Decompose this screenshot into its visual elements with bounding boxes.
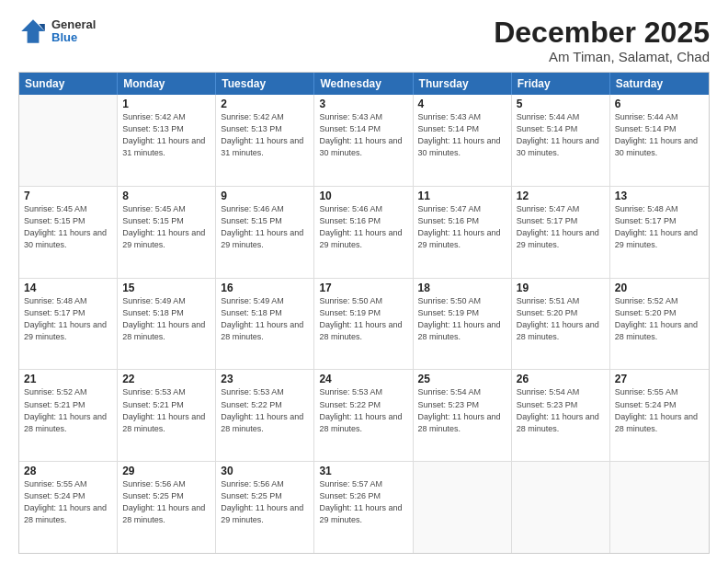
day-number: 11 [418, 190, 506, 202]
day-info: Sunrise: 5:47 AMSunset: 5:16 PMDaylight:… [418, 203, 506, 251]
cal-day-22: 22Sunrise: 5:53 AMSunset: 5:21 PMDayligh… [118, 370, 216, 461]
day-info: Sunrise: 5:44 AMSunset: 5:14 PMDaylight:… [615, 111, 704, 159]
cal-day-21: 21Sunrise: 5:52 AMSunset: 5:21 PMDayligh… [19, 370, 118, 461]
cal-day-10: 10Sunrise: 5:46 AMSunset: 5:16 PMDayligh… [314, 187, 413, 278]
cal-day-6: 6Sunrise: 5:44 AMSunset: 5:14 PMDaylight… [610, 95, 709, 186]
day-info: Sunrise: 5:52 AMSunset: 5:20 PMDaylight:… [615, 295, 704, 343]
day-info: Sunrise: 5:54 AMSunset: 5:23 PMDaylight:… [517, 386, 605, 434]
cal-day-7: 7Sunrise: 5:45 AMSunset: 5:15 PMDaylight… [19, 187, 118, 278]
day-number: 24 [319, 373, 407, 385]
day-number: 6 [615, 98, 704, 110]
cal-header-friday: Friday [512, 73, 610, 95]
logo-icon [18, 17, 48, 46]
day-info: Sunrise: 5:56 AMSunset: 5:25 PMDaylight:… [221, 478, 309, 526]
day-number: 25 [418, 373, 506, 385]
day-number: 17 [319, 282, 407, 294]
day-number: 22 [122, 373, 210, 385]
day-number: 2 [221, 98, 309, 110]
cal-day-19: 19Sunrise: 5:51 AMSunset: 5:20 PMDayligh… [512, 279, 610, 370]
day-number: 18 [418, 282, 506, 294]
cal-day-empty-4-4 [414, 462, 512, 553]
cal-day-empty-4-5 [512, 462, 610, 553]
cal-day-5: 5Sunrise: 5:44 AMSunset: 5:14 PMDaylight… [512, 95, 610, 186]
cal-day-1: 1Sunrise: 5:42 AMSunset: 5:13 PMDaylight… [118, 95, 216, 186]
cal-week-1: 1Sunrise: 5:42 AMSunset: 5:13 PMDaylight… [19, 95, 709, 187]
page: General Blue December 2025 Am Timan, Sal… [0, 0, 728, 563]
day-info: Sunrise: 5:56 AMSunset: 5:25 PMDaylight:… [122, 478, 210, 526]
day-info: Sunrise: 5:48 AMSunset: 5:17 PMDaylight:… [24, 295, 112, 343]
cal-day-25: 25Sunrise: 5:54 AMSunset: 5:23 PMDayligh… [414, 370, 512, 461]
day-info: Sunrise: 5:55 AMSunset: 5:24 PMDaylight:… [615, 386, 704, 434]
day-info: Sunrise: 5:43 AMSunset: 5:14 PMDaylight:… [319, 111, 407, 159]
cal-week-2: 7Sunrise: 5:45 AMSunset: 5:15 PMDaylight… [19, 187, 709, 279]
cal-header-wednesday: Wednesday [314, 73, 413, 95]
day-info: Sunrise: 5:44 AMSunset: 5:14 PMDaylight:… [517, 111, 605, 159]
day-info: Sunrise: 5:52 AMSunset: 5:21 PMDaylight:… [24, 386, 112, 434]
day-info: Sunrise: 5:45 AMSunset: 5:15 PMDaylight:… [122, 203, 210, 251]
day-number: 4 [418, 98, 506, 110]
day-info: Sunrise: 5:45 AMSunset: 5:15 PMDaylight:… [24, 203, 112, 251]
day-number: 10 [319, 190, 407, 202]
day-number: 26 [517, 373, 605, 385]
day-info: Sunrise: 5:43 AMSunset: 5:14 PMDaylight:… [418, 111, 506, 159]
cal-day-empty-0-0 [19, 95, 118, 186]
cal-day-31: 31Sunrise: 5:57 AMSunset: 5:26 PMDayligh… [314, 462, 413, 553]
cal-day-18: 18Sunrise: 5:50 AMSunset: 5:19 PMDayligh… [414, 279, 512, 370]
cal-day-empty-4-6 [610, 462, 709, 553]
cal-header-thursday: Thursday [414, 73, 512, 95]
day-info: Sunrise: 5:42 AMSunset: 5:13 PMDaylight:… [221, 111, 309, 159]
calendar: SundayMondayTuesdayWednesdayThursdayFrid… [18, 72, 710, 554]
day-number: 15 [122, 282, 210, 294]
cal-day-3: 3Sunrise: 5:43 AMSunset: 5:14 PMDaylight… [314, 95, 413, 186]
day-info: Sunrise: 5:49 AMSunset: 5:18 PMDaylight:… [221, 295, 309, 343]
day-info: Sunrise: 5:54 AMSunset: 5:23 PMDaylight:… [418, 386, 506, 434]
day-number: 16 [221, 282, 309, 294]
header: General Blue December 2025 Am Timan, Sal… [18, 17, 710, 64]
logo: General Blue [18, 17, 96, 46]
day-number: 1 [122, 98, 210, 110]
cal-day-26: 26Sunrise: 5:54 AMSunset: 5:23 PMDayligh… [512, 370, 610, 461]
cal-header-monday: Monday [118, 73, 216, 95]
cal-day-4: 4Sunrise: 5:43 AMSunset: 5:14 PMDaylight… [414, 95, 512, 186]
cal-day-2: 2Sunrise: 5:42 AMSunset: 5:13 PMDaylight… [216, 95, 314, 186]
day-number: 12 [517, 190, 605, 202]
day-number: 21 [24, 373, 112, 385]
day-info: Sunrise: 5:49 AMSunset: 5:18 PMDaylight:… [122, 295, 210, 343]
day-number: 30 [221, 465, 309, 477]
day-info: Sunrise: 5:53 AMSunset: 5:22 PMDaylight:… [319, 386, 407, 434]
cal-header-saturday: Saturday [610, 73, 709, 95]
cal-day-14: 14Sunrise: 5:48 AMSunset: 5:17 PMDayligh… [19, 279, 118, 370]
day-info: Sunrise: 5:53 AMSunset: 5:22 PMDaylight:… [221, 386, 309, 434]
calendar-title: December 2025 [494, 17, 710, 49]
cal-header-tuesday: Tuesday [216, 73, 314, 95]
cal-week-5: 28Sunrise: 5:55 AMSunset: 5:24 PMDayligh… [19, 462, 709, 553]
cal-header-sunday: Sunday [19, 73, 118, 95]
cal-day-13: 13Sunrise: 5:48 AMSunset: 5:17 PMDayligh… [610, 187, 709, 278]
day-number: 13 [615, 190, 704, 202]
cal-day-11: 11Sunrise: 5:47 AMSunset: 5:16 PMDayligh… [414, 187, 512, 278]
cal-day-23: 23Sunrise: 5:53 AMSunset: 5:22 PMDayligh… [216, 370, 314, 461]
day-info: Sunrise: 5:47 AMSunset: 5:17 PMDaylight:… [517, 203, 605, 251]
cal-day-30: 30Sunrise: 5:56 AMSunset: 5:25 PMDayligh… [216, 462, 314, 553]
day-number: 19 [517, 282, 605, 294]
day-number: 20 [615, 282, 704, 294]
day-number: 27 [615, 373, 704, 385]
title-block: December 2025 Am Timan, Salamat, Chad [494, 17, 710, 64]
day-number: 8 [122, 190, 210, 202]
cal-day-27: 27Sunrise: 5:55 AMSunset: 5:24 PMDayligh… [610, 370, 709, 461]
cal-day-29: 29Sunrise: 5:56 AMSunset: 5:25 PMDayligh… [118, 462, 216, 553]
day-number: 7 [24, 190, 112, 202]
calendar-body: 1Sunrise: 5:42 AMSunset: 5:13 PMDaylight… [19, 95, 709, 553]
day-info: Sunrise: 5:42 AMSunset: 5:13 PMDaylight:… [122, 111, 210, 159]
day-info: Sunrise: 5:51 AMSunset: 5:20 PMDaylight:… [517, 295, 605, 343]
cal-week-3: 14Sunrise: 5:48 AMSunset: 5:17 PMDayligh… [19, 279, 709, 371]
day-number: 23 [221, 373, 309, 385]
day-number: 28 [24, 465, 112, 477]
cal-week-4: 21Sunrise: 5:52 AMSunset: 5:21 PMDayligh… [19, 370, 709, 462]
svg-marker-0 [21, 19, 45, 43]
day-number: 3 [319, 98, 407, 110]
day-info: Sunrise: 5:50 AMSunset: 5:19 PMDaylight:… [319, 295, 407, 343]
cal-day-15: 15Sunrise: 5:49 AMSunset: 5:18 PMDayligh… [118, 279, 216, 370]
cal-day-8: 8Sunrise: 5:45 AMSunset: 5:15 PMDaylight… [118, 187, 216, 278]
day-info: Sunrise: 5:46 AMSunset: 5:16 PMDaylight:… [319, 203, 407, 251]
